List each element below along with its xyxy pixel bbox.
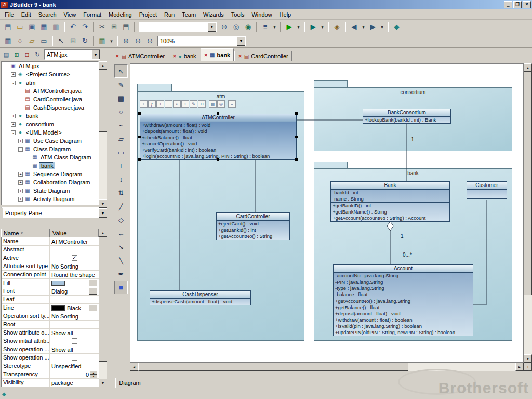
expand-icon[interactable]: + (18, 197, 23, 202)
property-value[interactable] (50, 246, 99, 254)
property-value[interactable]: Black... (50, 304, 99, 312)
tree-scrollbar-thumb[interactable] (99, 70, 107, 132)
tree-item-atm-jpx[interactable]: ▣ATM.jpx (2, 62, 98, 70)
add-to-project-icon[interactable]: ⊞ (11, 49, 22, 60)
title-bar[interactable]: J JBuilder 9 - bank _ ❐ ✕ (0, 0, 532, 9)
save-icon[interactable]: ▣ (26, 21, 38, 33)
property-table[interactable]: NameATMControllerAbstractActive✓Attribut… (1, 237, 99, 387)
menu-help[interactable]: Help (276, 10, 295, 19)
dependency-tool[interactable]: ~ (114, 118, 128, 132)
menu-file[interactable]: File (1, 10, 18, 19)
checkbox-icon[interactable] (72, 355, 77, 361)
expand-icon[interactable]: + (11, 72, 16, 77)
diagram-vscrollbar-thumb[interactable] (524, 72, 532, 295)
tree-item-use-case-diagram[interactable]: +▦Use Case Diagram (2, 137, 98, 145)
pen-tool[interactable]: ✒ (114, 267, 128, 281)
package-tool[interactable]: ▱ (114, 132, 128, 145)
chevron-down-icon[interactable]: ▼ (91, 50, 100, 59)
chevron-down-icon[interactable]: ▼ (237, 36, 245, 46)
forward-dropdown-icon[interactable]: ▾ (379, 21, 385, 33)
class-cardcontroller[interactable]: CardController+ejectCard() : void+getBan… (216, 212, 290, 240)
scroll-up-icon[interactable]: ▲ (99, 229, 107, 237)
add-constructor-icon[interactable]: + (156, 100, 164, 108)
ellipsis-button[interactable]: ... (89, 288, 97, 295)
tree-item-cashdispenser-java[interactable]: ▤CashDispenser.java (2, 103, 98, 112)
class-tool[interactable]: ▭ (114, 145, 128, 159)
grid-dropdown-icon[interactable]: ▾ (108, 35, 115, 47)
value-spinner[interactable]: ▴▾ (90, 371, 97, 378)
open-project-icon[interactable]: ▭ (14, 21, 26, 33)
tree-item-atmcontroller-java[interactable]: ▤ATMController.java (2, 87, 98, 95)
forward-icon[interactable]: ▶ (367, 21, 379, 33)
tree-item-cardcontroller-java[interactable]: ▤CardController.java (2, 95, 98, 103)
align-tool[interactable]: ⇅ (114, 186, 128, 200)
remove-from-project-icon[interactable]: ⊟ (22, 49, 32, 60)
line-tool[interactable]: ╱ (114, 200, 128, 213)
editor-tab-bank-1[interactable]: ✕●bank (169, 51, 200, 61)
make-project-icon[interactable]: ≡ (259, 21, 271, 33)
property-value[interactable]: 0▴▾ (50, 370, 99, 378)
view-source-icon[interactable]: ▤ (209, 100, 217, 108)
selection-handle[interactable] (217, 112, 219, 115)
checkbox-checked-icon[interactable]: ✓ (72, 255, 77, 261)
editor-tab-cardcontroller-3[interactable]: ✕▤CardController (234, 51, 292, 61)
class-bankconsortium[interactable]: BankConsortium+lookupBank(bankId : int) … (363, 109, 451, 124)
back-dropdown-icon[interactable]: ▾ (360, 21, 367, 33)
debug-icon[interactable]: ▶ (307, 21, 319, 33)
run-dropdown-icon[interactable]: ▾ (295, 21, 302, 33)
save-all-icon[interactable]: ▦ (38, 21, 50, 33)
diagram-view-tab[interactable]: Diagram (115, 378, 144, 388)
tree-item-bank[interactable]: ▦bank (2, 162, 98, 170)
zoom-combo[interactable]: 100%▼ (157, 36, 246, 46)
anchor-tool[interactable]: ⊥ (114, 159, 128, 172)
tree-item-class-diagram[interactable]: -▦Class Diagram (2, 145, 98, 153)
menu-tools[interactable]: Tools (228, 10, 248, 19)
search-again-icon[interactable]: ◎ (230, 21, 242, 33)
search-combo[interactable]: ▼ (139, 22, 217, 32)
column-header-value[interactable]: Value (50, 229, 99, 237)
ellipsis-button[interactable]: ... (89, 280, 97, 286)
scroll-left-icon[interactable]: ◄ (130, 363, 138, 371)
paste-icon[interactable]: ▤ (120, 21, 132, 33)
new-interface-icon[interactable]: ○ (14, 35, 26, 47)
property-value[interactable] (50, 337, 99, 345)
zoom-out-icon[interactable]: ⊖ (132, 35, 144, 47)
property-value[interactable]: No Sorting (50, 312, 99, 320)
copy-icon[interactable]: ⊞ (108, 21, 120, 33)
checkbox-icon[interactable] (72, 338, 77, 344)
property-value[interactable]: Round the shape (50, 271, 99, 278)
aggregation-tool[interactable]: ◇ (114, 213, 128, 227)
overview-corner-button[interactable]: + (524, 363, 532, 371)
flip-vertical-tool[interactable]: ↕ (114, 172, 128, 186)
search-icon[interactable]: ⊙ (218, 21, 230, 33)
pencil-tool[interactable]: ✎ (114, 78, 128, 91)
delete-member-icon[interactable]: − (165, 100, 172, 108)
checkbox-icon[interactable] (72, 297, 77, 302)
class-account[interactable]: Account-accountNo : java.lang.String-PIN… (333, 264, 473, 336)
add-attribute-icon[interactable]: ▫ (140, 100, 148, 108)
expand-icon[interactable]: + (18, 180, 23, 185)
collapse-icon[interactable]: - (18, 147, 23, 152)
menu-project[interactable]: Project (136, 10, 161, 19)
property-value[interactable]: Dialog... (50, 287, 99, 295)
tree-item-state-diagram[interactable]: +▦State Diagram (2, 187, 98, 195)
tree-item-project-source[interactable]: +◈<Project Source> (2, 70, 98, 78)
property-value[interactable]: ... (50, 279, 99, 287)
panel-splitter-horizontal[interactable] (0, 205, 107, 207)
debug-dropdown-icon[interactable]: ▾ (319, 21, 326, 33)
make-dropdown-icon[interactable]: ▾ (271, 21, 278, 33)
checkbox-icon[interactable] (72, 247, 77, 252)
menu-window[interactable]: Window (248, 10, 275, 19)
tree-item-sequence-diagram[interactable]: +▦Sequence Diagram (2, 170, 98, 178)
diagram-hscrollbar[interactable]: ◄ ► (130, 363, 524, 371)
association-tool[interactable]: ← (114, 227, 128, 240)
expand-icon[interactable]: + (18, 139, 23, 143)
expand-icon[interactable]: + (11, 122, 16, 127)
menu-format[interactable]: Format (79, 10, 105, 19)
property-pane-selector[interactable]: Property Pane ▼ (3, 208, 108, 218)
add-operation-icon[interactable]: ƒ (148, 100, 156, 108)
refresh-project-icon[interactable]: ↻ (32, 49, 43, 60)
run-icon[interactable]: ▶ (283, 21, 295, 33)
property-value[interactable]: No Sorting (50, 262, 99, 270)
add-interface-icon[interactable]: ◦ (181, 100, 189, 108)
